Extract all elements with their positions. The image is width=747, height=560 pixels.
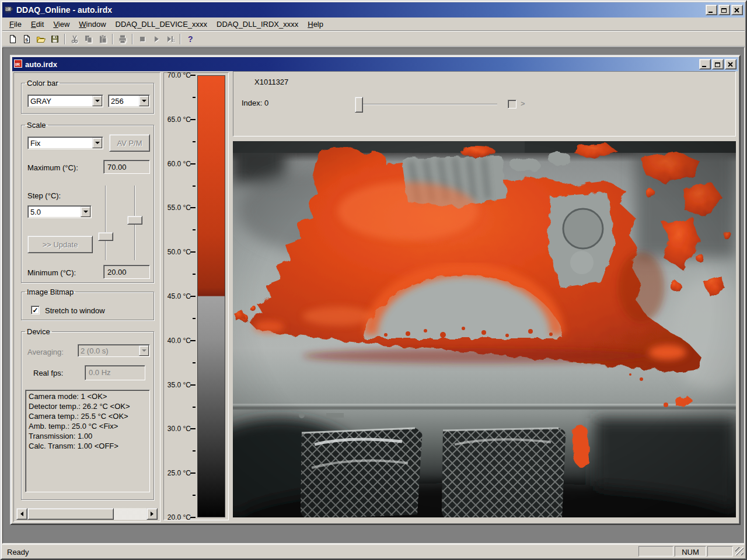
title-bar[interactable]: DDAQ_Online - auto.irdx (2, 2, 745, 18)
camera-info-line: Camera mode: 1 <OK> (29, 391, 148, 401)
new-file-button[interactable] (6, 33, 20, 46)
colorscale-tick (190, 163, 196, 164)
colorscale-tick (190, 428, 196, 429)
maximum-input[interactable]: 70.00 (103, 160, 150, 174)
new-irdx-button[interactable]: S (20, 33, 34, 46)
scale-mode-select[interactable]: Fix (27, 136, 103, 149)
minimum-input[interactable]: 20.00 (103, 265, 150, 279)
chevron-down-icon[interactable] (139, 96, 149, 106)
colorscale-minor-tick (193, 274, 196, 275)
thermal-image[interactable] (233, 141, 736, 517)
check-icon: ✓ (32, 307, 38, 314)
scrollbar-track[interactable] (114, 508, 146, 520)
averaging-value: 2 (0.0 s) (78, 345, 138, 356)
camera-info-line: Calc. Transm: 1.00 <OFF> (29, 441, 148, 451)
colorscale-label: 50.0 °C (162, 248, 191, 256)
index-slider-track[interactable] (359, 104, 497, 105)
avpm-button: AV P/M (109, 134, 150, 152)
scroll-left-button[interactable] (16, 508, 27, 520)
panel-horizontal-scrollbar[interactable] (16, 508, 158, 520)
colorscale-label: 60.0 °C (162, 160, 191, 168)
palette-select[interactable]: GRAY (27, 94, 103, 107)
image-bitmap-group: Image Bitmap ✓ Stretch to window (21, 288, 154, 320)
menu-view[interactable]: View (48, 18, 74, 30)
toolbar-separator (180, 34, 181, 44)
colorscale-minor-tick (193, 141, 196, 142)
realfps-label: Real fps: (33, 369, 63, 377)
help-button[interactable]: ? (183, 33, 197, 46)
colorscale-tick (190, 473, 196, 474)
max-slider-thumb[interactable] (98, 232, 113, 241)
menu-ddaq-dll-irdx[interactable]: DDAQ_DLL_IRDX_xxxx (212, 18, 303, 30)
scroll-right-button[interactable] (146, 508, 158, 520)
window-title: DDAQ_Online - auto.irdx (16, 5, 706, 15)
min-slider-thumb[interactable] (127, 216, 142, 225)
document-maximize-button[interactable] (712, 59, 724, 69)
colorscale-panel: 70.0 °C65.0 °C60.0 °C55.0 °C50.0 °C45.0 … (163, 72, 229, 520)
camera-info-line: Amb. temp.: 25.0 °C <Fix> (29, 421, 148, 431)
save-file-button[interactable] (48, 33, 62, 46)
viewer-info-panel: X1011327 Index: 0 > (233, 71, 736, 136)
colorscale-tick (190, 251, 196, 253)
menu-file[interactable]: File (5, 18, 26, 30)
camera-info-line: Camera temp.: 25.5 °C <OK> (29, 411, 148, 421)
stretch-label: Stretch to window (45, 306, 105, 315)
menu-edit[interactable]: Edit (26, 18, 48, 30)
svg-text:?: ? (188, 34, 193, 44)
scale-mode-value: Fix (28, 137, 92, 149)
levels-select[interactable]: 256 (108, 94, 150, 107)
maximize-button[interactable] (718, 5, 730, 15)
document-content: Color bar GRAY 256 Scale Fix (12, 71, 738, 523)
realfps-value: 0.0 Hz (85, 365, 145, 380)
colorscale-tick (190, 384, 196, 386)
status-message: Ready (2, 547, 638, 556)
step-label: Step (°C): (27, 191, 61, 200)
colorbar-group-title: Color bar (25, 79, 60, 88)
copy-button (82, 33, 96, 46)
auto-advance-checkbox[interactable] (508, 100, 516, 108)
document-title: auto.irdx (25, 60, 699, 69)
thermal-image-canvas (233, 141, 736, 517)
colorscale-minor-tick (193, 362, 196, 363)
document-minimize-button[interactable] (699, 59, 711, 69)
colorscale-tick (190, 517, 196, 518)
open-file-button[interactable] (34, 33, 48, 46)
colorscale-tick (190, 207, 196, 208)
document-title-bar[interactable]: IR auto.irdx (12, 57, 738, 71)
play-single-button: 1 (163, 33, 177, 46)
play-button (149, 33, 163, 46)
scrollbar-thumb[interactable] (27, 508, 114, 520)
camera-info-line: Transmission: 1.00 (29, 431, 148, 441)
stretch-checkbox[interactable]: ✓ (31, 306, 40, 314)
colorscale-label: 65.0 °C (162, 116, 191, 124)
scale-group-title: Scale (25, 121, 48, 130)
menu-ddaq-dll-device[interactable]: DDAQ_DLL_DEVICE_xxxx (111, 18, 212, 30)
maximum-label: Maximum (°C): (27, 163, 78, 172)
chevron-down-icon[interactable] (92, 138, 102, 148)
minimize-button[interactable] (706, 5, 717, 15)
close-button[interactable] (731, 5, 743, 15)
status-cell-cap (638, 546, 673, 556)
mdi-area: IR auto.irdx (2, 47, 745, 544)
index-label: Index: 0 (242, 99, 268, 107)
chevron-down-icon[interactable] (92, 96, 102, 106)
colorscale-label: 55.0 °C (162, 204, 191, 212)
menu-window[interactable]: Window (74, 18, 110, 30)
document-close-button[interactable] (725, 59, 736, 69)
colorscale-minor-tick (193, 407, 196, 408)
chevron-down-icon[interactable] (81, 206, 90, 217)
index-slider-thumb[interactable] (355, 97, 363, 113)
max-slider-track[interactable] (105, 186, 106, 260)
colorscale-gradient-bar (197, 75, 225, 517)
colorscale-label: 30.0 °C (162, 425, 191, 433)
status-cell-num: NUM (675, 546, 706, 556)
step-select[interactable]: 5.0 (27, 205, 92, 218)
toolbar-separator (64, 34, 65, 44)
colorscale-label: 35.0 °C (162, 381, 191, 389)
image-bitmap-group-title: Image Bitmap (25, 288, 75, 296)
camera-info-list[interactable]: Camera mode: 1 <OK> Detector temp.: 26.2… (25, 390, 150, 492)
menu-help[interactable]: Help (303, 18, 328, 30)
resize-grip[interactable] (735, 547, 743, 555)
device-group: Device Averaging: 2 (0.0 s) Real fps: 0.… (21, 327, 154, 500)
status-cell-scrl (707, 546, 733, 556)
